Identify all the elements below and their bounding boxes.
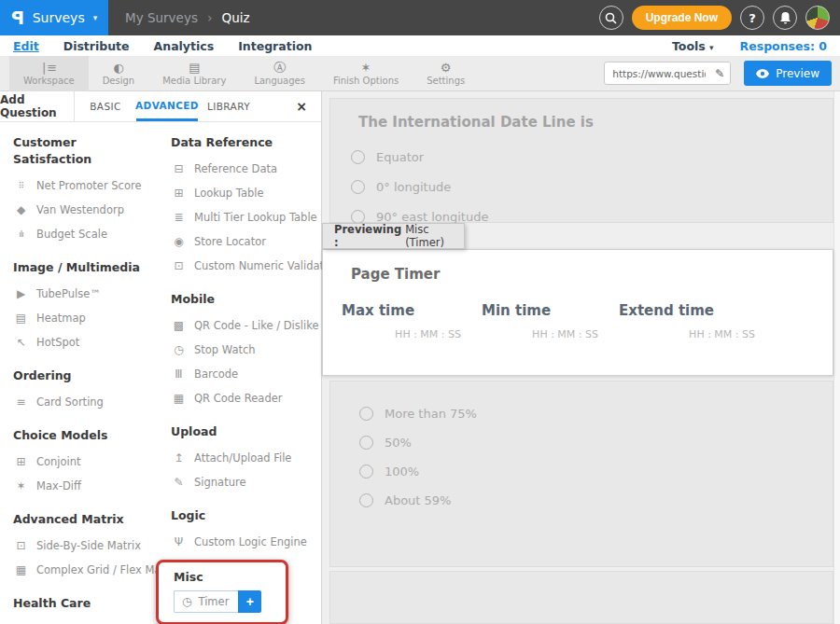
item-budget-scale[interactable]: ılıBudget Scale xyxy=(13,222,159,246)
nav-tab-analytics[interactable]: Analytics xyxy=(154,39,215,53)
tools-menu[interactable]: Tools ▾ xyxy=(672,39,714,53)
toolbar-media-library[interactable]: ▤ Media Library xyxy=(148,56,240,91)
header-actions: Upgrade Now ? xyxy=(599,6,840,30)
item-tubepulse[interactable]: ▶TubePulse™ xyxy=(13,282,159,306)
edit-url-button[interactable]: ✎ xyxy=(709,62,730,85)
nps-icon: ⠿ xyxy=(13,181,29,190)
product-name: Surveys xyxy=(33,10,85,25)
min-time-label: Min time xyxy=(482,302,598,319)
item-qr-code-like-dislike[interactable]: ▩QR Code - Like / Dislike xyxy=(171,313,321,338)
list-icon: ≡ xyxy=(13,395,29,409)
tab-library[interactable]: LIBRARY xyxy=(198,91,259,121)
panel-column-2: Data Reference ⊟Reference Data ⊞Lookup T… xyxy=(159,134,321,624)
option-label: Equator xyxy=(376,150,424,164)
nav-right: Tools ▾ Responses: 0 xyxy=(672,39,840,53)
section-header: Customer Satisfaction xyxy=(13,134,159,168)
max-time-label: Max time xyxy=(342,302,461,319)
section-header: Logic xyxy=(171,507,321,524)
price-tag-icon: ◆ xyxy=(13,203,29,216)
item-multi-tier-lookup-table[interactable]: ≣Multi Tier Lookup Table xyxy=(171,205,321,229)
preview-button[interactable]: Preview xyxy=(744,61,832,86)
tiers-icon: ≣ xyxy=(171,211,187,224)
radio-button[interactable] xyxy=(359,493,373,507)
survey-url-input[interactable] xyxy=(605,68,709,79)
survey-canvas: The International Date Line is Equator 0… xyxy=(322,91,833,624)
toolbar-finish-options[interactable]: ✶ Finish Options xyxy=(319,56,413,91)
item-stop-watch[interactable]: ◷Stop Watch xyxy=(171,338,321,362)
panel-title: Add Question xyxy=(0,91,75,121)
section-header: Data Reference xyxy=(171,134,321,151)
item-attach-upload-file[interactable]: ↥Attach/Upload File xyxy=(171,446,321,470)
wand-icon: ✶ xyxy=(13,479,29,492)
item-complex-grid-flex-matrix[interactable]: ▦Complex Grid / Flex Matrix xyxy=(13,558,159,582)
item-custom-logic-engine[interactable]: ΨCustom Logic Engine xyxy=(171,530,321,554)
help-button[interactable]: ? xyxy=(740,6,764,30)
toolbar-design[interactable]: ◐ Design xyxy=(89,56,149,91)
notifications-button[interactable] xyxy=(773,6,797,30)
item-net-promoter-score[interactable]: ⠿Net Promoter Score xyxy=(13,173,159,198)
qr-reader-icon: ▦ xyxy=(171,392,187,405)
item-card-sorting[interactable]: ≡Card Sorting xyxy=(13,390,159,414)
stopwatch-icon: ◷ xyxy=(182,595,191,608)
nav-tab-integration[interactable]: Integration xyxy=(238,39,312,53)
item-signature[interactable]: ✎Signature xyxy=(171,470,321,494)
page-timer-preview-panel: Page Timer Max time HH : MM : SS Min tim… xyxy=(322,249,833,376)
toolbar-right: ✎ Preview xyxy=(604,61,840,86)
workspace-icon: ∣≡ xyxy=(41,62,57,75)
questionpro-logo-icon: P xyxy=(11,9,24,27)
product-switcher[interactable]: P Surveys ▾ xyxy=(0,0,108,35)
item-qr-code-reader[interactable]: ▦QR Code Reader xyxy=(171,386,321,410)
breadcrumb-my-surveys[interactable]: My Surveys xyxy=(125,10,198,25)
misc-highlight-box: Misc ◷ Timer + xyxy=(156,560,288,624)
toolbar-settings[interactable]: ⚙ Settings xyxy=(413,56,479,91)
user-avatar[interactable] xyxy=(805,6,830,30)
canvas-scrollbar[interactable] xyxy=(833,91,840,624)
item-heatmap[interactable]: ▤Heatmap xyxy=(13,306,159,330)
item-reference-data[interactable]: ⊟Reference Data xyxy=(171,157,321,181)
item-max-diff[interactable]: ✶Max-Diff xyxy=(13,474,159,498)
question-text: The International Date Line is xyxy=(330,99,833,131)
chevron-down-icon: ▾ xyxy=(93,13,98,22)
question-card-date-line: The International Date Line is Equator 0… xyxy=(329,98,833,223)
radio-button[interactable] xyxy=(359,407,373,421)
toolbar-workspace[interactable]: ∣≡ Workspace xyxy=(9,56,89,91)
tab-advanced[interactable]: ADVANCED xyxy=(136,91,198,121)
add-question-panel: Add Question BASIC ADVANCED LIBRARY × Cu… xyxy=(0,91,322,624)
radio-button[interactable] xyxy=(359,465,373,478)
item-van-westendorp[interactable]: ◆Van Westendorp xyxy=(13,198,159,222)
extend-time-field: Extend time HH : MM : SS xyxy=(619,302,755,340)
search-button[interactable] xyxy=(599,6,623,30)
item-homunculus-question[interactable]: ◪Homunculus Question xyxy=(13,617,159,624)
add-timer-button[interactable]: + xyxy=(238,590,261,613)
responses-count[interactable]: Responses: 0 xyxy=(740,39,827,53)
option-label: About 59% xyxy=(385,493,451,507)
nav-tab-edit[interactable]: Edit xyxy=(13,39,39,53)
nav-tab-distribute[interactable]: Distribute xyxy=(63,39,130,53)
image-icon: ▤ xyxy=(13,312,29,325)
section-choice-models: Choice Models ⊞Conjoint ✶Max-Diff xyxy=(13,427,159,498)
item-barcode[interactable]: ⅢBarcode xyxy=(171,362,321,386)
item-conjoint[interactable]: ⊞Conjoint xyxy=(13,450,159,474)
close-panel-button[interactable]: × xyxy=(282,91,321,121)
radio-button[interactable] xyxy=(351,180,365,194)
item-custom-numeric-validator[interactable]: ⊡Custom Numeric Validator xyxy=(171,254,321,278)
breadcrumb: My Surveys › Quiz xyxy=(125,10,250,25)
section-image-multimedia: Image / Multimedia ▶TubePulse™ ▤Heatmap … xyxy=(13,259,159,354)
max-time-input[interactable]: HH : MM : SS xyxy=(342,328,461,340)
item-hotspot[interactable]: ↖HotSpot xyxy=(13,330,159,354)
radio-button[interactable] xyxy=(351,150,365,164)
min-time-input[interactable]: HH : MM : SS xyxy=(482,328,598,340)
tab-basic[interactable]: BASIC xyxy=(75,91,136,121)
upgrade-now-button[interactable]: Upgrade Now xyxy=(632,6,732,30)
question-mark-icon: ? xyxy=(749,11,756,25)
item-side-by-side-matrix[interactable]: ⊡Side-By-Side Matrix xyxy=(13,534,159,558)
item-lookup-table[interactable]: ⊞Lookup Table xyxy=(171,181,321,205)
radio-button[interactable] xyxy=(351,210,365,224)
extend-time-input[interactable]: HH : MM : SS xyxy=(619,328,755,340)
item-timer[interactable]: ◷ Timer xyxy=(174,590,238,613)
radio-button[interactable] xyxy=(359,436,373,450)
map-pin-icon: ◉ xyxy=(171,235,187,248)
item-store-locator[interactable]: ◉Store Locator xyxy=(171,229,321,254)
toolbar-languages[interactable]: Ⓐ Languages xyxy=(240,56,319,91)
previewing-target: Misc (Timer) xyxy=(405,223,464,249)
